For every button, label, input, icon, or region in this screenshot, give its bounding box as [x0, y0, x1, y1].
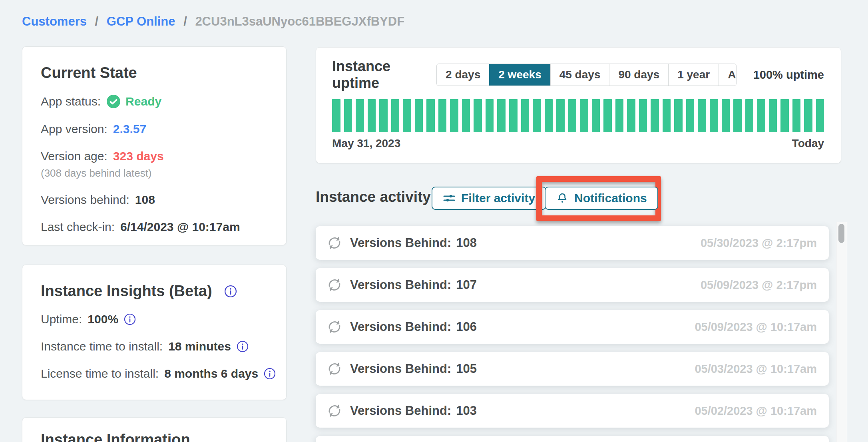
check-circle-icon: [106, 94, 121, 109]
uptime-bar: [332, 99, 340, 132]
uptime-bar: [580, 99, 588, 132]
activity-row-value: 103: [456, 404, 477, 418]
uptime-bar: [497, 99, 506, 132]
activity-row: Versions Behind: 108 05/30/2023 @ 2:17pm: [316, 226, 829, 260]
app-version-label: App version:: [41, 122, 108, 136]
activity-row: Versions Behind: 103 05/02/2023 @ 10:17a…: [316, 394, 829, 428]
uptime-range-button[interactable]: 90 days: [609, 64, 668, 86]
activity-scrollbar-thumb[interactable]: [838, 224, 844, 243]
uptime-bar: [356, 99, 364, 132]
instance-activity-title: Instance activity: [316, 189, 431, 205]
uptime-range-button[interactable]: 1 year: [668, 64, 719, 86]
uptime-range-button[interactable]: All: [719, 64, 737, 86]
activity-row-value: 106: [456, 320, 477, 334]
instance-uptime-card: Instance uptime 2 days2 weeks45 days90 d…: [316, 47, 841, 163]
uptime-range-button[interactable]: 2 days: [437, 64, 489, 86]
uptime-bar: [438, 99, 447, 132]
app-version-value: 2.3.57: [113, 122, 146, 136]
uptime-bar: [426, 99, 435, 132]
current-state-title: Current State: [41, 64, 268, 82]
activity-rows: Versions Behind: 108 05/30/2023 @ 2:17pm…: [316, 226, 829, 442]
version-age-label: Version age:: [41, 149, 108, 163]
uptime-range-button[interactable]: 45 days: [550, 64, 609, 86]
uptime-bar: [615, 99, 624, 132]
sync-icon: [326, 319, 343, 335]
instance-insights-title: Instance Insights (Beta): [41, 283, 212, 300]
breadcrumb-instance-id: 2CU3nL3saUNyoc61BBEGJXfBYDF: [195, 14, 404, 28]
sync-icon: [326, 277, 343, 293]
uptime-bar: [556, 99, 565, 132]
instance-information-card: Instance Information: [22, 417, 287, 442]
version-age-note: (308 days behind latest): [41, 167, 268, 179]
uptime-bar: [379, 99, 388, 132]
uptime-bar: [745, 99, 754, 132]
uptime-bar: [627, 99, 635, 132]
last-checkin-label: Last check-in:: [41, 220, 115, 234]
info-icon[interactable]: [237, 340, 249, 352]
bell-icon: [556, 192, 569, 205]
uptime-bar: [651, 99, 659, 132]
instance-detail-page: Customers / GCP Online / 2CU3nL3saUNyoc6…: [0, 0, 868, 442]
filter-activity-button[interactable]: Filter activity: [432, 187, 546, 210]
uptime-label: Uptime:: [41, 313, 82, 326]
current-state-card: Current State App status: Ready App vers…: [22, 46, 287, 245]
versions-behind-value: 108: [135, 193, 155, 207]
info-icon[interactable]: [124, 313, 136, 325]
license-install-label: License time to install:: [41, 367, 159, 380]
license-install-line: License time to install: 8 months 6 days: [41, 367, 268, 380]
uptime-bar: [663, 99, 671, 132]
uptime-bar: [344, 99, 352, 132]
activity-row-timestamp: 05/03/2023 @ 10:17am: [695, 362, 817, 376]
activity-row: Versions Behind: 107 05/09/2023 @ 2:17pm: [316, 268, 829, 302]
sync-icon: [326, 402, 343, 419]
uptime-bar: [780, 99, 789, 132]
uptime-bar: [450, 99, 458, 132]
uptime-bar: [804, 99, 812, 132]
activity-row-value: 107: [456, 278, 477, 292]
uptime-title: Instance uptime: [332, 58, 436, 92]
versions-behind-label: Versions behind:: [41, 193, 129, 207]
uptime-bar: [368, 99, 376, 132]
uptime-bar: [722, 99, 730, 132]
instance-install-line: Instance time to install: 18 minutes: [41, 340, 268, 353]
version-age-value: 323 days: [113, 149, 164, 163]
uptime-end-label: Today: [792, 137, 824, 150]
activity-row-timestamp: 05/30/2023 @ 2:17pm: [701, 237, 817, 250]
sync-icon: [326, 360, 343, 377]
last-checkin-value: 6/14/2023 @ 10:17am: [120, 220, 240, 234]
activity-row-label: Versions Behind:: [350, 236, 451, 250]
uptime-bar: [568, 99, 577, 132]
uptime-bar: [603, 99, 612, 132]
breadcrumb-customers-link[interactable]: Customers: [22, 14, 87, 28]
license-install-value: 8 months 6 days: [164, 367, 258, 380]
activity-row-timestamp: 05/09/2023 @ 2:17pm: [701, 279, 817, 292]
activity-row-label: Versions Behind:: [350, 404, 451, 418]
uptime-bar: [816, 99, 824, 132]
uptime-value: 100%: [88, 313, 118, 326]
uptime-bar: [462, 99, 470, 132]
uptime-bars: [332, 99, 824, 132]
uptime-bar: [757, 99, 765, 132]
activity-scrollbar-track[interactable]: [836, 222, 847, 442]
last-checkin-line: Last check-in: 6/14/2023 @ 10:17am: [41, 220, 268, 234]
uptime-bar: [639, 99, 647, 132]
uptime-bar: [733, 99, 742, 132]
info-icon[interactable]: [224, 285, 237, 298]
versions-behind-line: Versions behind: 108: [41, 193, 268, 207]
activity-row-label: Versions Behind:: [350, 278, 451, 292]
breadcrumb-separator: /: [183, 14, 187, 28]
uptime-bar: [545, 99, 553, 132]
app-status-label: App status:: [41, 95, 101, 108]
filter-activity-label: Filter activity: [461, 191, 535, 205]
uptime-range-button[interactable]: 2 weeks: [489, 64, 550, 86]
breadcrumb: Customers / GCP Online / 2CU3nL3saUNyoc6…: [22, 14, 404, 29]
info-icon[interactable]: [264, 368, 276, 380]
breadcrumb-customer-link[interactable]: GCP Online: [107, 14, 175, 28]
notifications-button[interactable]: Notifications: [545, 187, 658, 210]
uptime-bar: [710, 99, 718, 132]
breadcrumb-separator: /: [95, 14, 99, 28]
uptime-bar: [686, 99, 695, 132]
instance-install-label: Instance time to install:: [41, 340, 163, 353]
notifications-label: Notifications: [574, 191, 647, 205]
activity-row-label: Versions Behind:: [350, 320, 451, 334]
